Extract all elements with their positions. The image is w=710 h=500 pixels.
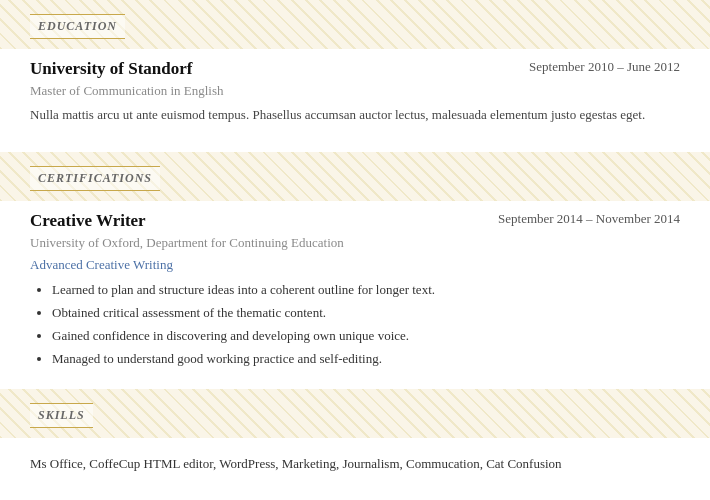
education-section-title: EDUCATION bbox=[30, 14, 125, 39]
certifications-entry-title: Creative Writer bbox=[30, 211, 146, 231]
bullet-item: Obtained critical assessment of the them… bbox=[52, 302, 680, 324]
certifications-bullet-list: Learned to plan and structure ideas into… bbox=[30, 279, 680, 370]
skills-header-bg bbox=[0, 389, 710, 438]
certifications-course-link[interactable]: Advanced Creative Writing bbox=[30, 257, 680, 273]
education-entry-header: University of Standorf September 2010 – … bbox=[30, 59, 680, 79]
skills-header: SKILLS bbox=[30, 389, 680, 438]
skills-text: Ms Office, CoffeCup HTML editor, WordPre… bbox=[30, 448, 680, 475]
education-entry-title: University of Standorf bbox=[30, 59, 192, 79]
bullet-item: Gained confidence in discovering and dev… bbox=[52, 325, 680, 347]
education-section: EDUCATION University of Standorf Septemb… bbox=[0, 0, 710, 152]
education-entry-subtitle: Master of Communication in English bbox=[30, 83, 680, 99]
education-entry-description: Nulla mattis arcu ut ante euismod tempus… bbox=[30, 105, 680, 126]
education-entry-date: September 2010 – June 2012 bbox=[529, 59, 680, 75]
certifications-entry-header: Creative Writer September 2014 – Novembe… bbox=[30, 211, 680, 231]
bullet-item: Learned to plan and structure ideas into… bbox=[52, 279, 680, 301]
resume-page: EDUCATION University of Standorf Septemb… bbox=[0, 0, 710, 500]
certifications-header: CERTIFICATIONS bbox=[30, 152, 680, 201]
skills-section-title: SKILLS bbox=[30, 403, 93, 428]
certifications-entry-subtitle: University of Oxford, Department for Con… bbox=[30, 235, 680, 251]
bullet-item: Managed to understand good working pract… bbox=[52, 348, 680, 370]
skills-section: SKILLS Ms Office, CoffeCup HTML editor, … bbox=[0, 389, 710, 493]
certifications-section-title: CERTIFICATIONS bbox=[30, 166, 160, 191]
certifications-section: CERTIFICATIONS Creative Writer September… bbox=[0, 152, 710, 389]
education-header: EDUCATION bbox=[30, 0, 680, 49]
certifications-entry-date: September 2014 – November 2014 bbox=[498, 211, 680, 227]
